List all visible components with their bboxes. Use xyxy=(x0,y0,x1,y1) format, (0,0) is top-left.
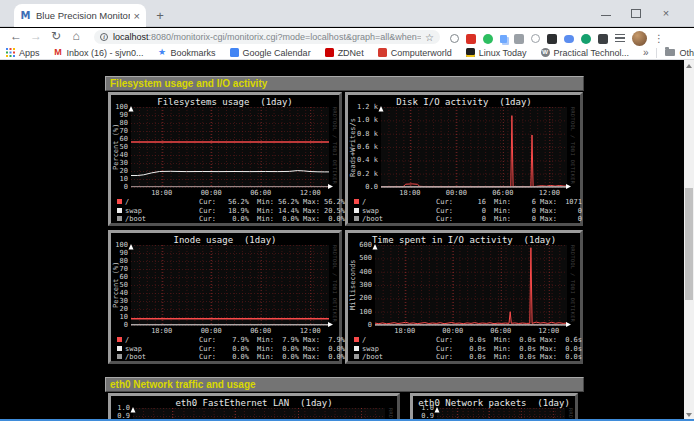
home-icon[interactable]: ⌂ xyxy=(68,29,84,43)
y-tick-label: 40 xyxy=(111,152,128,159)
y-tick-label: 60 xyxy=(111,136,128,143)
bookmark-item[interactable]: MInbox (16) - sjvn0... xyxy=(54,48,144,58)
media-queue-extension-icon[interactable] xyxy=(615,34,625,44)
apps-shortcut[interactable]: Apps xyxy=(6,48,40,58)
folder-icon xyxy=(665,49,675,56)
graph-time-spent-io[interactable]: Time spent in I/O activity (1day)Millise… xyxy=(345,230,583,364)
legend-name: / xyxy=(362,198,366,206)
dark-square-extension-icon[interactable] xyxy=(547,34,557,44)
bookmark-label: Inbox (16) - sjvn0... xyxy=(67,48,144,58)
legend-name: /boot xyxy=(125,353,146,361)
new-tab-button[interactable]: + xyxy=(152,8,168,24)
scrollbar-thumb[interactable] xyxy=(685,188,693,300)
browser-tab[interactable]: M Blue Precision Monitorix × xyxy=(14,4,146,27)
y-tick-label: 50 xyxy=(111,282,128,289)
legend-swatch xyxy=(117,199,122,204)
graph-disk-io-activity[interactable]: Disk I/O activity (1day)Reads+Writes/s0.… xyxy=(345,92,583,226)
graph-plot-area xyxy=(131,245,329,325)
y-tick-label: 100 xyxy=(111,242,128,249)
legend-max: Max:7.9% xyxy=(303,336,345,344)
graph-title: Filesystems usage (1day) xyxy=(111,97,339,107)
bookmark-star-icon[interactable]: ☆ xyxy=(425,32,434,43)
gmail-icon: M xyxy=(54,48,63,57)
legend-cur: Cur:0.0s xyxy=(436,353,486,361)
bookmark-item[interactable]: Computerworld xyxy=(378,48,452,58)
legend-swatch xyxy=(117,216,122,221)
page-info-icon[interactable]: i xyxy=(100,33,108,41)
y-tick-label: 0 xyxy=(348,322,372,329)
address-bar[interactable]: i localhost:8080/monitorix-cgi/monitorix… xyxy=(94,30,440,44)
graph-title: Time spent in I/O activity (1day) xyxy=(348,235,580,245)
legend-cur: Cur:0.0% xyxy=(199,215,249,223)
bookmark-item[interactable]: WPractical Technol... xyxy=(541,48,629,58)
window-close-button[interactable]: × xyxy=(661,9,671,18)
other-bookmarks-button[interactable]: Other bookmarks xyxy=(665,48,694,58)
legend-row: swapCur:18.9%Min:14.4%Max:20.5% xyxy=(111,207,339,215)
y-tick-label: 0.4 k xyxy=(348,157,378,164)
gray-square-extension-icon[interactable] xyxy=(514,34,524,44)
window-minimize-button[interactable] xyxy=(601,9,611,16)
legend-name: swap xyxy=(362,345,379,353)
rrdtool-watermark: RRDTOOL / TOBI OETIKER xyxy=(332,245,338,325)
monitorix-favicon: M xyxy=(20,10,31,21)
legend-min: Min:0.0% xyxy=(257,353,299,361)
zdnet-icon xyxy=(325,48,334,57)
browser-toolbar: ← → ↻ ⌂ i localhost:8080/monitorix-cgi/m… xyxy=(0,28,694,46)
profile-avatar[interactable] xyxy=(632,31,647,46)
legend-swatch xyxy=(117,208,122,213)
legend-cur: Cur:7.9% xyxy=(199,336,249,344)
search-extension-icon[interactable] xyxy=(450,34,459,43)
legend-cur: Cur:18.9% xyxy=(199,207,249,215)
mail-extension-icon[interactable] xyxy=(466,34,476,44)
reload-icon[interactable]: ↻ xyxy=(48,29,64,43)
apps-grid-icon xyxy=(6,48,15,57)
scrollbar-down-icon[interactable] xyxy=(686,413,692,417)
calendar-icon xyxy=(230,48,239,57)
tab-close-icon[interactable]: × xyxy=(134,10,140,22)
bookmarks-overflow-icon[interactable]: » xyxy=(643,47,649,58)
legend-max: Max:0.0s xyxy=(540,345,582,353)
bookmark-item[interactable]: Google Calendar xyxy=(230,48,311,58)
x-tick-label: 00:00 xyxy=(198,190,224,197)
linuxtoday-icon xyxy=(466,48,475,57)
window-maximize-button[interactable] xyxy=(631,9,641,18)
graph-eth0-packets[interactable]: eth0 Network packets (1day)Packets/s1.00… xyxy=(410,393,578,421)
pages-extension-icon[interactable] xyxy=(500,35,507,43)
graph-filesystems-usage[interactable]: Filesystems usage (1day)Percent (%)01020… xyxy=(108,92,342,226)
star-icon: ★ xyxy=(158,48,167,57)
y-tick-label: 600 xyxy=(348,242,372,249)
y-tick-label: 0 xyxy=(111,322,128,329)
graph-title: Disk I/O activity (1day) xyxy=(348,97,580,107)
legend-row: /bootCur:0.0%Min:0.0%Max:0.0% xyxy=(111,353,339,361)
green-ball-extension-icon[interactable] xyxy=(483,34,493,44)
graph-inode-usage[interactable]: Inode usage (1day)Percent (%)01020304050… xyxy=(108,230,342,364)
graph-plot-area xyxy=(375,245,567,325)
legend-swatch xyxy=(354,208,359,213)
page-scrollbar[interactable] xyxy=(684,60,694,421)
graph-eth0-traffic[interactable]: eth0 FastEthernet LAN (1day)1.00.90.80.7… xyxy=(108,393,400,421)
legend-name: swap xyxy=(362,207,379,215)
computerworld-icon xyxy=(378,48,387,57)
x-tick-label: 18:00 xyxy=(149,328,175,335)
legend-swatch xyxy=(354,216,359,221)
eye-extension-icon[interactable] xyxy=(531,34,540,43)
blue-pill-extension-icon[interactable] xyxy=(564,35,574,43)
legend-max: Max:0.0s xyxy=(540,353,582,361)
scrollbar-up-icon[interactable] xyxy=(686,64,692,68)
green-circle-extension-icon[interactable] xyxy=(581,34,591,44)
puzzle-extension-icon[interactable] xyxy=(598,34,608,44)
y-tick-label: 40 xyxy=(111,290,128,297)
back-icon[interactable]: ← xyxy=(8,29,24,43)
section-header: Filesystem usage and I/O activity xyxy=(105,76,584,91)
legend-min: Min:0.0% xyxy=(257,215,299,223)
forward-icon[interactable]: → xyxy=(28,29,44,43)
legend-swatch xyxy=(117,346,122,351)
browser-menu-icon[interactable]: ⋮ xyxy=(654,34,664,44)
y-tick-label: 10 xyxy=(111,314,128,321)
y-tick-label: 300 xyxy=(348,282,372,289)
y-tick-label: 10 xyxy=(111,176,128,183)
bookmark-item[interactable]: Linux Today xyxy=(466,48,527,58)
bookmark-item[interactable]: ★Bookmarks xyxy=(158,48,216,58)
bookmark-item[interactable]: ZDNet xyxy=(325,48,364,58)
x-tick-label: 06:00 xyxy=(248,190,274,197)
